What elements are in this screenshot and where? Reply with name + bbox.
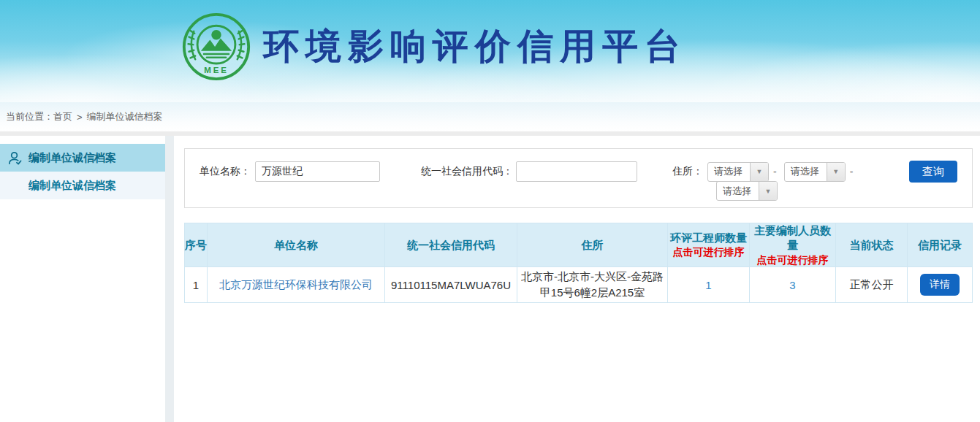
col-header-address: 住所 xyxy=(517,223,668,267)
engineer-count-link[interactable]: 1 xyxy=(705,279,711,291)
address-line1: 北京市-北京市-大兴区-金苑路 xyxy=(521,270,664,283)
cell-index: 1 xyxy=(185,267,208,303)
sidebar-item-unit-credit-archive[interactable]: 编制单位诚信档案 xyxy=(0,144,165,172)
col-header-engineer-count-label: 环评工程师数量 xyxy=(670,231,747,244)
site-title: 环境影响评价信用平台 xyxy=(263,23,687,71)
site-banner: MEE 环境影响评价信用平台 xyxy=(0,0,980,102)
sidebar: 编制单位诚信档案 编制单位诚信档案 xyxy=(0,136,165,422)
select-value: 请选择 xyxy=(708,163,750,181)
select-value: 请选择 xyxy=(717,182,759,200)
sidebar-content-gutter xyxy=(165,136,174,422)
col-header-staff-count-sortable[interactable]: 主要编制人员数量 点击可进行排序 xyxy=(750,223,836,267)
col-header-index: 序号 xyxy=(185,223,208,267)
staff-count-link[interactable]: 3 xyxy=(789,279,795,291)
company-name-link[interactable]: 北京万源世纪环保科技有限公司 xyxy=(219,278,373,291)
company-name-input[interactable] xyxy=(255,161,380,182)
mee-logo-icon: MEE xyxy=(181,12,251,82)
address-province-select[interactable]: 请选择 ▼ xyxy=(707,162,769,182)
dash-separator: - xyxy=(850,166,854,177)
query-button[interactable]: 查询 xyxy=(909,161,957,183)
cell-credit-code: 91110115MA7LWUA76U xyxy=(385,267,517,303)
breadcrumb-current: 编制单位诚信档案 xyxy=(87,110,163,123)
col-header-staff-count-label: 主要编制人员数量 xyxy=(754,224,831,251)
breadcrumb-home-link[interactable]: 首页 xyxy=(53,110,72,123)
company-name-label: 单位名称： xyxy=(200,165,251,178)
credit-code-label: 统一社会信用代码： xyxy=(421,165,513,178)
results-table: 序号 单位名称 统一社会信用代码 住所 环评工程师数量 点击可进行排序 主要编制… xyxy=(184,223,973,303)
col-header-status: 当前状态 xyxy=(836,223,908,267)
table-row: 1 北京万源世纪环保科技有限公司 91110115MA7LWUA76U 北京市-… xyxy=(185,267,973,303)
dash-separator: - xyxy=(773,166,777,177)
breadcrumb-separator: > xyxy=(77,112,83,123)
main-content: 单位名称： 统一社会信用代码： 住所： 请选择 ▼ - 请选择 ▼ - 查询 请… xyxy=(174,136,980,422)
col-header-company: 单位名称 xyxy=(208,223,385,267)
sidebar-item-label: 编制单位诚信档案 xyxy=(29,151,116,165)
svg-text:MEE: MEE xyxy=(204,66,229,74)
col-header-engineer-count-sortable[interactable]: 环评工程师数量 点击可进行排序 xyxy=(668,223,750,267)
cell-address: 北京市-北京市-大兴区-金苑路 甲15号6幢2层A215室 xyxy=(517,267,668,303)
chevron-down-icon[interactable]: ▼ xyxy=(759,182,777,200)
select-value: 请选择 xyxy=(785,163,827,181)
search-panel: 单位名称： 统一社会信用代码： 住所： 请选择 ▼ - 请选择 ▼ - 查询 请… xyxy=(184,148,973,208)
credit-code-input[interactable] xyxy=(516,161,637,182)
address-city-select[interactable]: 请选择 ▼ xyxy=(784,162,846,182)
address-district-select[interactable]: 请选择 ▼ xyxy=(716,181,778,201)
detail-button[interactable]: 详情 xyxy=(920,274,960,296)
address-line2: 甲15号6幢2层A215室 xyxy=(540,286,645,299)
user-check-icon xyxy=(7,150,23,166)
chevron-down-icon[interactable]: ▼ xyxy=(827,163,845,181)
address-label: 住所： xyxy=(672,165,703,178)
col-header-credit-record: 信用记录 xyxy=(908,223,973,267)
sort-hint: 点击可进行排序 xyxy=(668,245,749,259)
sidebar-subitem-unit-credit-archive[interactable]: 编制单位诚信档案 xyxy=(0,172,165,199)
chevron-down-icon[interactable]: ▼ xyxy=(750,163,768,181)
table-header-row: 序号 单位名称 统一社会信用代码 住所 环评工程师数量 点击可进行排序 主要编制… xyxy=(185,223,973,267)
breadcrumb: 当前位置： 首页 > 编制单位诚信档案 xyxy=(0,102,980,131)
sort-hint: 点击可进行排序 xyxy=(750,253,835,267)
col-header-credit-code: 统一社会信用代码 xyxy=(385,223,517,267)
cell-status: 正常公开 xyxy=(836,267,908,303)
sidebar-subitem-label: 编制单位诚信档案 xyxy=(29,179,116,193)
breadcrumb-prefix: 当前位置： xyxy=(6,110,53,123)
